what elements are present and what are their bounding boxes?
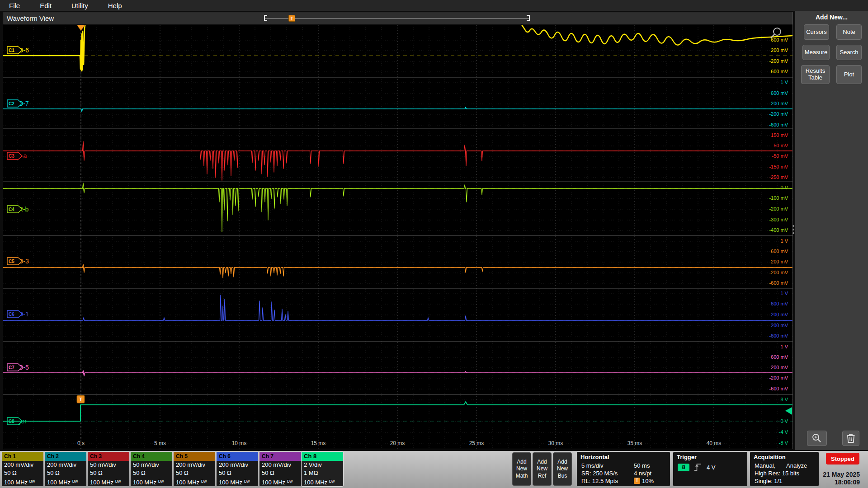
waveform-view-window: Waveform View T 0 s5 ms10 ms15 ms20 ms25… bbox=[3, 12, 793, 449]
status-time: 18:06:09 bbox=[835, 479, 860, 486]
add-results-table-button[interactable]: Results Table bbox=[801, 65, 830, 84]
acquisition-detail: High Res: 15 bits bbox=[755, 470, 799, 477]
add-button-line: Add bbox=[557, 459, 567, 466]
channel-badge-ch8[interactable]: Ch 82 V/div1 MΩ100 MHz Bw bbox=[302, 452, 343, 486]
add-plot-button[interactable]: Plot bbox=[836, 65, 862, 84]
channel-impedance: 50 Ω bbox=[88, 469, 129, 477]
channel-bandwidth: 100 MHz Bw bbox=[259, 477, 301, 486]
channel-scale: 50 mV/div bbox=[88, 461, 129, 469]
horizontal-title: Horizontal bbox=[580, 454, 609, 460]
add-search-button[interactable]: Search bbox=[836, 45, 862, 60]
horizontal-pan-bar[interactable]: T bbox=[265, 14, 529, 22]
pan-bracket-left-icon[interactable] bbox=[264, 15, 267, 21]
waveform-plot[interactable]: 0 s5 ms10 ms15 ms20 ms25 ms30 ms35 ms40 … bbox=[3, 25, 793, 449]
channel-scale: 200 mV/div bbox=[45, 461, 86, 469]
channel-badge-ch1[interactable]: Ch 1200 mV/div50 Ω100 MHz Bw bbox=[2, 452, 43, 486]
channel-bandwidth: 100 MHz Bw bbox=[302, 477, 343, 486]
trigger-panel[interactable]: Trigger 8 4 V bbox=[673, 452, 747, 486]
channel-impedance: 50 Ω bbox=[131, 469, 172, 477]
channel-badge-ch6[interactable]: Ch 6200 mV/div50 Ω100 MHz Bw bbox=[217, 452, 258, 486]
channel-badge-header: Ch 2 bbox=[45, 452, 86, 461]
add-new-sidebar: Add New... Cursors Note Measure Search R… bbox=[795, 11, 868, 450]
add-new-ref-button[interactable]: AddNewRef bbox=[533, 452, 552, 486]
delete-button[interactable] bbox=[842, 431, 859, 446]
channel-bandwidth: 100 MHz Bw bbox=[217, 477, 258, 486]
zoom-glass-handle bbox=[771, 34, 774, 38]
oscilloscope-app: File Edit Utility Help Waveform View T 0… bbox=[0, 0, 868, 488]
channel-badge-ch5[interactable]: Ch 5200 mV/div50 Ω100 MHz Bw bbox=[174, 452, 215, 486]
add-measure-button[interactable]: Measure bbox=[802, 45, 830, 60]
acquisition-title: Acquisition bbox=[754, 454, 786, 460]
bottom-settings-bar: Ch 1200 mV/div50 Ω100 MHz BwCh 2200 mV/d… bbox=[0, 451, 868, 488]
add-button-line: New bbox=[557, 465, 568, 473]
bandwidth-limit-tag: Bw bbox=[29, 479, 35, 483]
horizontal-panel[interactable]: Horizontal 5 ms/div SR: 250 MS/s RL: 12.… bbox=[577, 452, 670, 486]
channel-bandwidth: 100 MHz Bw bbox=[2, 477, 43, 486]
waveform-view-title: Waveform View bbox=[7, 14, 54, 22]
zoom-glass-icon[interactable] bbox=[774, 28, 781, 35]
add-button-line: New bbox=[516, 465, 527, 473]
horizontal-scale: 5 ms/div bbox=[581, 462, 603, 469]
channel-badge-header: Ch 5 bbox=[174, 452, 215, 461]
channel-scale: 2 V/div bbox=[302, 461, 343, 469]
menu-utility[interactable]: Utility bbox=[71, 2, 88, 9]
channel-badge-ch2[interactable]: Ch 2200 mV/div50 Ω100 MHz Bw bbox=[45, 452, 86, 486]
bandwidth-limit-tag: Bw bbox=[244, 479, 250, 483]
add-cursors-button[interactable]: Cursors bbox=[804, 24, 829, 40]
trigger-position-icon: T bbox=[634, 478, 640, 484]
rising-edge-icon bbox=[694, 463, 702, 472]
acquisition-single: Single: 1/1 bbox=[755, 478, 782, 484]
menu-help[interactable]: Help bbox=[108, 2, 122, 9]
trigger-title: Trigger bbox=[677, 454, 697, 460]
bandwidth-limit-tag: Bw bbox=[72, 479, 78, 483]
channel-badge-ch3[interactable]: Ch 350 mV/div50 Ω100 MHz Bw bbox=[88, 452, 129, 486]
channel-badge-header: Ch 1 bbox=[2, 452, 43, 461]
zoom-tool-button[interactable] bbox=[807, 431, 827, 446]
acquisition-panel[interactable]: Acquisition Manual, Analyze High Res: 15… bbox=[750, 452, 819, 486]
add-new-bus-button[interactable]: AddNewBus bbox=[553, 452, 572, 486]
pan-bracket-right-icon[interactable] bbox=[527, 15, 530, 21]
status-date: 21 May 2025 bbox=[823, 471, 860, 478]
channel-badge-header: Ch 7 bbox=[259, 452, 301, 461]
bandwidth-limit-tag: Bw bbox=[287, 479, 293, 483]
pan-line bbox=[265, 18, 529, 19]
channel-badge-header: Ch 3 bbox=[88, 452, 129, 461]
menu-file[interactable]: File bbox=[9, 2, 20, 9]
bandwidth-limit-tag: Bw bbox=[329, 479, 335, 483]
trigger-marker-letter: T bbox=[79, 397, 82, 402]
trigger-level-arrow-icon[interactable] bbox=[785, 407, 792, 415]
channel-badge-header: Ch 6 bbox=[217, 452, 258, 461]
acquisition-analyze: Analyze bbox=[786, 462, 807, 469]
acquisition-mode: Manual, bbox=[755, 462, 775, 469]
channel-impedance: 50 Ω bbox=[2, 469, 43, 477]
bandwidth-limit-tag: Bw bbox=[158, 479, 164, 483]
panel-splitter-handle[interactable] bbox=[793, 225, 794, 227]
horizontal-window: 50 ms bbox=[634, 462, 650, 469]
trigger-source-badge: 8 bbox=[678, 464, 689, 471]
run-stop-status-button[interactable]: Stopped bbox=[826, 453, 859, 465]
sample-rate: SR: 250 MS/s bbox=[581, 470, 618, 477]
channel-badge-ch4[interactable]: Ch 450 mV/div50 Ω100 MHz Bw bbox=[131, 452, 172, 486]
add-note-button[interactable]: Note bbox=[836, 24, 862, 40]
channel-impedance: 50 Ω bbox=[217, 469, 258, 477]
add-button-line: Add bbox=[537, 459, 547, 466]
channel-impedance: 50 Ω bbox=[174, 469, 215, 477]
bandwidth-limit-tag: Bw bbox=[201, 479, 207, 483]
channel-scale: 200 mV/div bbox=[259, 461, 301, 469]
add-button-line: Ref bbox=[538, 473, 547, 480]
channel-bandwidth: 100 MHz Bw bbox=[131, 477, 172, 486]
trigger-level: 4 V bbox=[707, 464, 716, 471]
channel-impedance: 50 Ω bbox=[45, 469, 86, 477]
trash-icon bbox=[846, 433, 856, 444]
trigger-position-marker-icon[interactable]: T bbox=[288, 15, 295, 22]
bandwidth-limit-tag: Bw bbox=[115, 479, 121, 483]
channel-impedance: 50 Ω bbox=[259, 469, 301, 477]
add-new-title: Add New... bbox=[795, 14, 868, 21]
menu-edit[interactable]: Edit bbox=[40, 2, 52, 9]
channel-badge-ch7[interactable]: Ch 7200 mV/div50 Ω100 MHz Bw bbox=[259, 452, 301, 486]
add-new-math-button[interactable]: AddNewMath bbox=[512, 452, 531, 486]
marker-layer: T bbox=[3, 25, 793, 449]
trigger-position-top-icon[interactable] bbox=[77, 25, 85, 31]
add-button-line: Add bbox=[517, 459, 526, 466]
zoom-magnifier-icon bbox=[811, 433, 822, 444]
